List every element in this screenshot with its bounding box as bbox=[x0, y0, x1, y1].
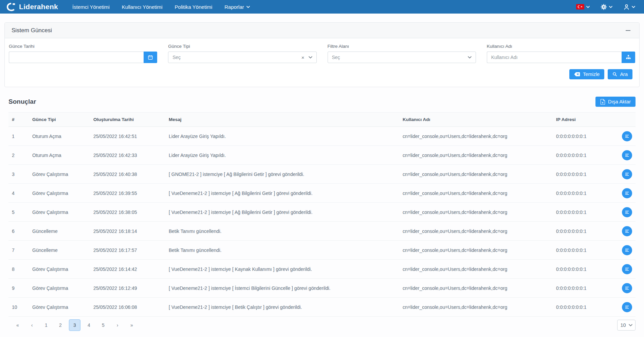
row-actions-button[interactable] bbox=[622, 283, 632, 293]
clear-button-label: Temizle bbox=[583, 72, 600, 77]
date-picker-button[interactable] bbox=[144, 52, 157, 63]
cell-actions bbox=[614, 127, 636, 146]
cell-olusturulma-tarihi: 25/05/2022 16:42:33 bbox=[90, 146, 165, 165]
cell-row-index: 3 bbox=[8, 165, 29, 184]
cell-olusturulma-tarihi: 25/05/2022 16:39:55 bbox=[90, 184, 165, 203]
cell-ip-adresi: 0:0:0:0:0:0:0:1 bbox=[553, 279, 614, 298]
table-row: 4Görev Çalıştırma25/05/2022 16:39:55[ Vu… bbox=[8, 184, 636, 203]
pagination-button[interactable]: 2 bbox=[55, 319, 66, 331]
filter-label: Filtre Alanı bbox=[328, 44, 476, 49]
pagination-button[interactable]: » bbox=[126, 319, 137, 331]
cell-kullanici-adi: cn=lider_console,ou=Users,dc=liderahenk,… bbox=[399, 146, 553, 165]
header-olusturulma-tarihi: Oluşturulma Tarihi bbox=[90, 113, 165, 127]
nav-item-istemci-yonetimi[interactable]: İstemci Yönetimi bbox=[72, 4, 110, 10]
filter-field-select[interactable]: Seç bbox=[328, 52, 476, 63]
chevron-down-icon bbox=[586, 6, 590, 8]
cell-row-index: 1 bbox=[8, 127, 29, 146]
pagination-button[interactable]: 3 bbox=[69, 319, 80, 331]
filter-label: Günce Tarihi bbox=[9, 44, 157, 49]
cell-olusturulma-tarihi: 25/05/2022 16:14:42 bbox=[90, 260, 165, 279]
table-row: 7Güncelleme25/05/2022 16:17:57Betik Tanı… bbox=[8, 241, 636, 260]
row-actions-button[interactable] bbox=[622, 150, 632, 160]
pagination-button[interactable]: › bbox=[112, 319, 123, 331]
page-size-select[interactable]: 10 bbox=[617, 320, 636, 331]
search-button-label: Ara bbox=[620, 72, 628, 77]
panel-body: Günce Tarihi Günce Tipi Seç bbox=[5, 38, 639, 87]
filter-group-type: Günce Tipi Seç × bbox=[168, 44, 316, 63]
table-row: 3Görev Çalıştırma25/05/2022 16:40:38[ GN… bbox=[8, 165, 636, 184]
row-actions-button[interactable] bbox=[622, 131, 632, 141]
search-button[interactable]: Ara bbox=[608, 69, 632, 79]
brand-name: Liderahenk bbox=[19, 3, 58, 11]
cell-mesaj: [ VueDeneme21-2 ] istemciye [ Ağ Bilgile… bbox=[165, 184, 399, 203]
cell-row-index: 9 bbox=[8, 279, 29, 298]
log-date-input[interactable] bbox=[9, 52, 144, 63]
nav-item-kullanici-yonetimi[interactable]: Kullanıcı Yönetimi bbox=[122, 4, 163, 10]
collapse-panel-button[interactable] bbox=[624, 28, 632, 33]
row-actions-button[interactable] bbox=[622, 207, 632, 217]
user-picker-button[interactable] bbox=[622, 52, 635, 63]
row-actions-button[interactable] bbox=[622, 188, 632, 198]
clear-selection-icon[interactable]: × bbox=[301, 55, 305, 60]
cell-ip-adresi: 0:0:0:0:0:0:0:1 bbox=[553, 222, 614, 241]
top-navbar: Liderahenk İstemci Yönetimi Kullanıcı Yö… bbox=[0, 0, 644, 14]
header-ip-adresi: IP Adresi bbox=[553, 113, 614, 127]
list-icon bbox=[625, 191, 629, 196]
brand[interactable]: Liderahenk bbox=[6, 2, 58, 12]
pagination-button[interactable]: 4 bbox=[83, 319, 95, 331]
nav-item-politika-yonetimi[interactable]: Politika Yönetimi bbox=[175, 4, 213, 10]
cell-gunce-tipi: Görev Çalıştırma bbox=[29, 298, 90, 317]
language-menu-button[interactable]: ★ bbox=[576, 4, 590, 9]
pagination-button[interactable]: « bbox=[12, 319, 23, 331]
cell-ip-adresi: 0:0:0:0:0:0:0:1 bbox=[553, 184, 614, 203]
header-kullanici-adi: Kullanıcı Adı bbox=[399, 113, 553, 127]
cell-ip-adresi: 0:0:0:0:0:0:0:1 bbox=[553, 260, 614, 279]
list-icon bbox=[625, 229, 629, 234]
chevron-down-icon bbox=[468, 56, 472, 59]
user-menu-button[interactable] bbox=[623, 4, 635, 10]
cell-gunce-tipi: Görev Çalıştırma bbox=[29, 260, 90, 279]
gear-icon bbox=[601, 4, 607, 10]
cell-actions bbox=[614, 260, 636, 279]
system-log-panel: Sistem Güncesi Günce Tarihi bbox=[4, 22, 640, 87]
cell-row-index: 10 bbox=[8, 298, 29, 317]
table-row: 6Güncelleme25/05/2022 16:18:14Betik Tanı… bbox=[8, 222, 636, 241]
pagination-button[interactable]: 5 bbox=[97, 319, 109, 331]
cell-ip-adresi: 0:0:0:0:0:0:0:1 bbox=[553, 165, 614, 184]
export-button[interactable]: Dışa Aktar bbox=[595, 97, 636, 107]
panel-title: Sistem Güncesi bbox=[12, 27, 52, 34]
cell-olusturulma-tarihi: 25/05/2022 16:40:38 bbox=[90, 165, 165, 184]
export-button-label: Dışa Aktar bbox=[608, 99, 631, 104]
filter-group-field: Filtre Alanı Seç bbox=[328, 44, 476, 63]
row-actions-button[interactable] bbox=[622, 302, 632, 312]
page-size-value: 10 bbox=[620, 322, 626, 328]
search-icon bbox=[612, 72, 617, 77]
username-input[interactable] bbox=[487, 52, 622, 63]
row-actions-button[interactable] bbox=[622, 264, 632, 274]
row-actions-button[interactable] bbox=[622, 226, 632, 236]
cell-olusturulma-tarihi: 25/05/2022 16:17:57 bbox=[90, 241, 165, 260]
list-icon bbox=[625, 267, 629, 272]
pagination-button[interactable]: ‹ bbox=[26, 319, 38, 331]
cell-gunce-tipi: Oturum Açma bbox=[29, 146, 90, 165]
settings-menu-button[interactable] bbox=[601, 4, 612, 10]
liderahenk-logo-icon bbox=[6, 2, 16, 12]
table-row: 9Görev Çalıştırma25/05/2022 16:12:49[ Vu… bbox=[8, 279, 636, 298]
excel-file-icon bbox=[600, 99, 605, 105]
list-icon bbox=[625, 286, 629, 291]
sitemap-icon bbox=[626, 55, 631, 60]
row-actions-button[interactable] bbox=[622, 169, 632, 179]
cell-mesaj: [ VueDeneme21-2 ] istemciye [ Kaynak Kul… bbox=[165, 260, 399, 279]
clear-button[interactable]: Temizle bbox=[569, 69, 604, 79]
pagination-button[interactable]: 1 bbox=[40, 319, 52, 331]
cell-gunce-tipi: Oturum Açma bbox=[29, 127, 90, 146]
nav-item-raporlar[interactable]: Raporlar bbox=[224, 4, 250, 10]
log-type-select[interactable]: Seç × bbox=[168, 52, 316, 63]
cell-kullanici-adi: cn=lider_console,ou=Users,dc=liderahenk,… bbox=[399, 222, 553, 241]
cell-row-index: 6 bbox=[8, 222, 29, 241]
cell-gunce-tipi: Görev Çalıştırma bbox=[29, 184, 90, 203]
row-actions-button[interactable] bbox=[622, 245, 632, 255]
table-row: 2Oturum Açma25/05/2022 16:42:33Lider Ara… bbox=[8, 146, 636, 165]
cell-gunce-tipi: Görev Çalıştırma bbox=[29, 279, 90, 298]
chevron-down-icon bbox=[632, 6, 635, 8]
